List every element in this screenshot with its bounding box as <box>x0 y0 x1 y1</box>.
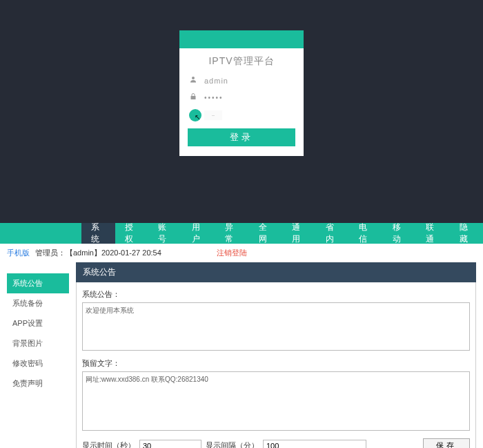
admin-info: 管理员：【admin】2020-01-27 20:54 <box>35 248 161 258</box>
sidebar-item-4[interactable]: 修改密码 <box>7 353 69 373</box>
captcha-image[interactable]: ~ <box>204 110 222 120</box>
topnav-item-4[interactable]: 异常 <box>215 223 249 244</box>
lock-icon <box>189 92 200 103</box>
mobile-link[interactable]: 手机版 <box>7 248 30 258</box>
topnav-item-7[interactable]: 省内 <box>316 223 350 244</box>
logout-link[interactable]: 注销登陆 <box>217 248 247 258</box>
topnav-item-2[interactable]: 账号 <box>148 223 182 244</box>
sidebar-item-1[interactable]: 系统备份 <box>7 293 69 313</box>
display-interval-label: 显示间隔（分） <box>206 440 259 448</box>
topnav-item-3[interactable]: 用户 <box>182 223 216 244</box>
login-box: IPTV管理平台 admin ••••• ↖ ~ 登录 <box>179 30 304 156</box>
captcha-row[interactable]: ↖ ~ <box>179 106 304 127</box>
notice-textarea[interactable] <box>82 302 470 351</box>
username-value: admin <box>204 77 228 85</box>
login-button-label: 登录 <box>230 131 253 144</box>
topnav-item-9[interactable]: 移动 <box>383 223 417 244</box>
main-area: 系统公告系统备份APP设置背景图片修改密码免责声明 系统公告 系统公告： 预留文… <box>0 262 483 448</box>
save-button[interactable]: 保存 <box>423 438 470 448</box>
display-time-input[interactable] <box>139 440 201 449</box>
login-header-bar <box>179 30 304 48</box>
svg-rect-1 <box>191 96 196 99</box>
topnav-item-6[interactable]: 通用 <box>282 223 316 244</box>
topnav-item-1[interactable]: 授权 <box>115 223 149 244</box>
login-background: IPTV管理平台 admin ••••• ↖ ~ 登录 <box>0 0 483 223</box>
display-time-label: 显示时间（秒） <box>82 440 135 448</box>
top-nav: 系统授权账号用户异常全网通用省内电信移动联通隐藏 <box>0 223 483 244</box>
sidebar-item-5[interactable]: 免责声明 <box>7 373 69 393</box>
password-mask: ••••• <box>204 94 224 101</box>
cursor-icon: ↖ <box>195 113 200 121</box>
topnav-item-11[interactable]: 隐藏 <box>450 223 484 244</box>
topnav-item-10[interactable]: 联通 <box>416 223 450 244</box>
topnav-item-0[interactable]: 系统 <box>81 223 115 244</box>
settings-row: 显示时间（秒） 显示间隔（分） 保存 <box>82 438 470 448</box>
username-field[interactable]: admin <box>179 72 304 89</box>
login-title: IPTV管理平台 <box>179 48 304 72</box>
login-button[interactable]: 登录 <box>188 128 295 146</box>
user-icon <box>189 75 200 86</box>
notice-label: 系统公告： <box>82 289 470 300</box>
sidebar-item-3[interactable]: 背景图片 <box>7 333 69 353</box>
sidebar-item-0[interactable]: 系统公告 <box>7 273 69 293</box>
panel-body: 系统公告： 预留文字： 显示时间（秒） 显示间隔（分） 保存 <box>76 282 476 448</box>
display-interval-input[interactable] <box>263 440 366 449</box>
status-bar: 手机版 管理员：【admin】2020-01-27 20:54 注销登陆 <box>0 244 483 262</box>
sidebar: 系统公告系统备份APP设置背景图片修改密码免责声明 <box>7 262 69 448</box>
admin-panel: 系统授权账号用户异常全网通用省内电信移动联通隐藏 手机版 管理员：【admin】… <box>0 223 483 448</box>
topnav-item-8[interactable]: 电信 <box>349 223 383 244</box>
captcha-circle-icon: ↖ <box>189 109 201 121</box>
footer-text-label: 预留文字： <box>82 358 470 369</box>
content-panel: 系统公告 系统公告： 预留文字： 显示时间（秒） 显示间隔（分） 保存 <box>76 262 476 448</box>
password-field[interactable]: ••••• <box>179 89 304 106</box>
sidebar-item-2[interactable]: APP设置 <box>7 313 69 333</box>
svg-point-0 <box>192 77 195 79</box>
footer-textarea[interactable] <box>82 371 470 431</box>
panel-header: 系统公告 <box>76 262 476 282</box>
topnav-item-5[interactable]: 全网 <box>249 223 283 244</box>
